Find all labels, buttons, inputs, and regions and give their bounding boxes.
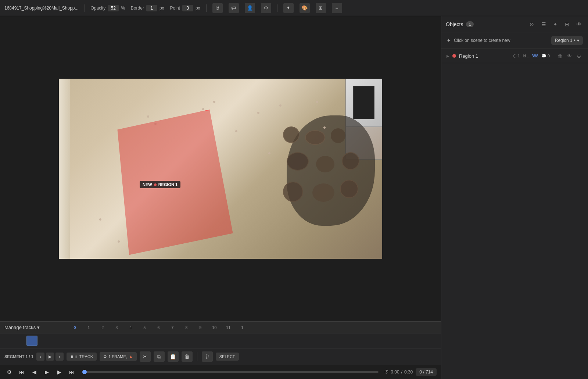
- person-4: [213, 101, 215, 103]
- point-unit: px: [196, 6, 200, 11]
- select-button[interactable]: SELECT: [216, 353, 239, 361]
- region-id-value: 388: [532, 54, 538, 58]
- id-ellipsis: ...: [527, 54, 530, 58]
- opacity-group: Opacity 52 %: [91, 5, 125, 11]
- timeline-num-7[interactable]: 7: [165, 325, 179, 330]
- segment-nav: ‹ ▶ ›: [36, 353, 64, 361]
- opacity-value[interactable]: 52: [108, 5, 119, 11]
- grid-view-icon-btn[interactable]: ⊞: [562, 19, 572, 29]
- shapes-count: 1: [518, 54, 520, 58]
- timeline-num-9[interactable]: 9: [193, 325, 207, 330]
- border-value[interactable]: 1: [146, 5, 157, 11]
- sparkle-create-icon: ✦: [447, 37, 451, 43]
- timeline-num-5[interactable]: 5: [137, 325, 151, 330]
- settings-icon-btn[interactable]: ⚙: [4, 367, 14, 377]
- sliders-icon-btn[interactable]: ≡: [332, 3, 342, 13]
- no-image-icon-btn[interactable]: ⊘: [527, 19, 537, 29]
- region-name-text: REGION 1: [158, 182, 178, 187]
- frame-label: 1 FRAME,: [108, 354, 127, 359]
- tag-icon-btn[interactable]: 🏷: [229, 3, 239, 13]
- region-comments: 💬 0: [541, 54, 550, 58]
- timeline-num-2[interactable]: 2: [96, 325, 110, 330]
- timeline-scrubber[interactable]: [26, 336, 437, 346]
- region-visibility-btn[interactable]: 👁: [565, 52, 573, 60]
- canvas-image[interactable]: NEW REGION 1: [59, 79, 382, 259]
- timeline-numbers: 0 1 2 3 4 5 6 7 8 9 10 11 1: [46, 325, 437, 330]
- file-title: 1684917_Shopping%20Mall_Shopp...: [4, 6, 79, 11]
- person-5: [235, 130, 237, 132]
- region-expand-icon[interactable]: ▶: [447, 54, 449, 58]
- comment-icon: 💬: [541, 54, 546, 58]
- skip-to-start-btn[interactable]: ⏮: [17, 367, 26, 377]
- canvas-panel: NEW REGION 1 Manage tracks ▾ 0 1 2 3: [0, 16, 441, 379]
- segment-next-btn[interactable]: ›: [55, 353, 64, 361]
- timeline-num-11[interactable]: 11: [221, 325, 235, 330]
- region-delete-btn[interactable]: 🗑: [556, 52, 564, 60]
- eye-icon-btn[interactable]: 👁: [574, 19, 584, 29]
- segment-prev-btn[interactable]: ‹: [36, 353, 44, 361]
- paste-btn[interactable]: 📋: [168, 351, 179, 362]
- canvas-container[interactable]: NEW REGION 1: [0, 16, 441, 321]
- opacity-unit: %: [121, 6, 125, 11]
- segment-play-btn[interactable]: ▶: [46, 353, 54, 361]
- timeline-num-3[interactable]: 3: [110, 325, 123, 330]
- sparkle-icon-btn[interactable]: ✦: [551, 19, 560, 29]
- time-display: ⏱ 0:00 / 0:30: [384, 369, 413, 375]
- timeline-num-12[interactable]: 1: [235, 325, 249, 330]
- cut-btn[interactable]: ✂: [140, 351, 151, 362]
- timeline-num-1[interactable]: 1: [82, 325, 96, 330]
- magic-icon-btn[interactable]: ✦: [283, 3, 294, 13]
- region-label: NEW REGION 1: [140, 181, 180, 188]
- copy-btn[interactable]: ⧉: [154, 351, 165, 362]
- bottom-panel: Manage tracks ▾ 0 1 2 3 4 5 6 7 8 9 10 1…: [0, 321, 441, 379]
- region-dropdown-chevron-icon: ▾: [577, 38, 579, 43]
- track-label: TRACK: [79, 354, 93, 359]
- id-icon-btn[interactable]: id: [212, 3, 223, 13]
- region-list-item[interactable]: ▶ Region 1 ⬡ 1 id ... 388 💬 0 🗑: [441, 49, 588, 63]
- palette-icon-btn[interactable]: 🎨: [300, 3, 310, 13]
- region-color-indicator: [452, 54, 456, 58]
- timeline-num-6[interactable]: 6: [151, 325, 165, 330]
- region-add-btn[interactable]: ⊕: [575, 52, 583, 60]
- point-value[interactable]: 3: [182, 5, 193, 11]
- tables-area: [276, 123, 371, 226]
- list-icon-btn[interactable]: ☰: [539, 19, 548, 29]
- next-frame-btn[interactable]: ▶: [54, 367, 64, 377]
- person-icon-btn[interactable]: 👤: [245, 3, 255, 13]
- timeline-num-8[interactable]: 8: [179, 325, 193, 330]
- person-3: [202, 108, 204, 110]
- delete-btn[interactable]: 🗑: [182, 351, 193, 362]
- region-meta: ⬡ 1 id ... 388 💬 0 🗑 👁 ⊕: [513, 52, 583, 60]
- warning-icon: ▲: [129, 354, 133, 359]
- segment-label: SEGMENT 1 / 1: [4, 354, 33, 359]
- region-shapes: ⬡ 1: [513, 54, 520, 58]
- timeline-num-10[interactable]: 10: [207, 325, 221, 330]
- separator-2: [206, 4, 207, 12]
- grid-icon-btn[interactable]: ⊞: [316, 3, 326, 13]
- opacity-label: Opacity: [91, 6, 106, 11]
- top-toolbar: 1684917_Shopping%20Mall_Shopp... Opacity…: [0, 0, 588, 16]
- region-dropdown-label: Region 1: [555, 38, 573, 43]
- frame-display: 0 / 714: [416, 368, 437, 376]
- progress-bar[interactable]: [82, 371, 379, 373]
- frame-button[interactable]: ⚙ 1 FRAME, ▲: [100, 352, 137, 361]
- gear-icon-btn[interactable]: ⚙: [261, 3, 271, 13]
- timeline-num-4[interactable]: 4: [123, 325, 137, 330]
- prev-frame-btn[interactable]: ◀: [29, 367, 39, 377]
- region-dropdown-btn[interactable]: Region 1 • ▾: [551, 36, 583, 45]
- person-8: [268, 152, 270, 154]
- frame-current: 0: [419, 369, 422, 375]
- manage-tracks-btn[interactable]: Manage tracks ▾: [4, 325, 40, 330]
- track-button[interactable]: ⏸⏸ TRACK: [67, 353, 97, 361]
- create-text: Click on scene to create new: [454, 38, 510, 43]
- play-btn[interactable]: ▶: [42, 367, 51, 377]
- split-icon-btn[interactable]: ⧚: [202, 351, 213, 362]
- border-label: Border: [131, 6, 144, 11]
- comments-count: 0: [548, 54, 550, 58]
- timeline-num-0[interactable]: 0: [68, 325, 82, 330]
- region-new-text: NEW: [143, 182, 152, 187]
- skip-to-end-btn[interactable]: ⏭: [67, 367, 76, 377]
- timeline-playhead[interactable]: [26, 336, 37, 346]
- person-7: [279, 104, 282, 107]
- select-label: SELECT: [219, 354, 235, 359]
